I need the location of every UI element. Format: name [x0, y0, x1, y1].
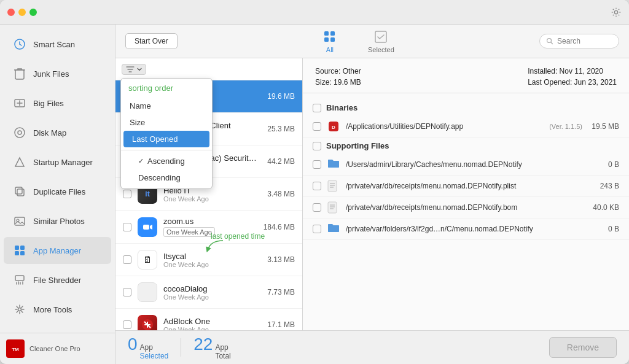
disk-icon: [12, 125, 27, 140]
sidebar-item-similar-photos[interactable]: Similar Photos: [4, 207, 111, 234]
minimize-button[interactable]: [18, 9, 26, 16]
app-selected-label1: App: [140, 343, 169, 352]
file-checkbox-depnotify-app[interactable]: [313, 122, 321, 131]
file-item-bom: /private/var/db/receipts/menu.nomad.DEPN…: [303, 197, 629, 219]
svg-point-5: [18, 131, 21, 134]
fullscreen-button[interactable]: [29, 9, 37, 16]
sidebar: Smart Scan Junk Files: [0, 25, 115, 364]
svg-rect-24: [143, 225, 149, 230]
tab-selected[interactable]: Selected: [362, 27, 400, 56]
remove-button[interactable]: Remove: [549, 337, 617, 358]
app-icon-itsycal: 🗓: [138, 250, 157, 269]
svg-rect-19: [330, 31, 335, 36]
svg-point-23: [547, 39, 552, 43]
bottom-bar: 0 App Selected 22 App Total Remove: [115, 330, 629, 364]
checkmark-icon: ✓: [138, 157, 144, 165]
sort-option-last-opened[interactable]: Last Opened: [123, 131, 209, 147]
file-path-bom: /private/var/db/receipts/menu.nomad.DEPN…: [346, 203, 582, 212]
sidebar-item-smart-scan[interactable]: Smart Scan: [4, 31, 111, 58]
start-over-button[interactable]: Start Over: [125, 33, 178, 49]
app-time-zoom: One Week Ago: [163, 227, 215, 237]
svg-text:D: D: [332, 125, 335, 130]
file-item-caches: /Users/admin/Library/Caches/menu.nomad.D…: [303, 154, 629, 176]
app-item-cocoa[interactable]: cocoaDialog One Week Ago 7.73 MB: [115, 276, 302, 309]
svg-rect-6: [15, 187, 22, 194]
file-path-depnotify-app: /Applications/Utilities/DEPNotify.app: [346, 122, 543, 131]
sort-option-descending[interactable]: Descending: [121, 169, 212, 186]
doc-icon-plist: [327, 180, 340, 192]
app-list-panel: sorting order Name Size Last Opened ✓: [115, 58, 303, 330]
app-info-adblock: AdBlock One One Week Ago: [163, 317, 261, 331]
app-item-itsycal[interactable]: 🗓 Itsycal One Week Ago 3.13 MB: [115, 244, 302, 276]
sidebar-item-more-tools[interactable]: More Tools: [4, 296, 111, 323]
sort-divider: [121, 150, 212, 150]
sidebar-item-startup-manager[interactable]: Startup Manager: [4, 149, 111, 176]
app-info-itsycal: Itsycal One Week Ago: [163, 252, 261, 268]
svg-rect-29: [328, 180, 337, 192]
file-checkbox-plist[interactable]: [313, 182, 321, 190]
file-checkbox-caches[interactable]: [313, 160, 321, 169]
sidebar-label-more-tools: More Tools: [33, 305, 72, 314]
search-bar[interactable]: [539, 34, 619, 48]
app-checkbox-adblock[interactable]: [123, 320, 131, 329]
file-checkbox-bom[interactable]: [313, 203, 321, 212]
file-version-depnotify-app: (Ver. 1.1.5): [549, 123, 582, 130]
file-size-caches: 0 B: [588, 160, 619, 169]
content-area: Smart Scan Junk Files: [0, 25, 629, 364]
traffic-lights: [7, 9, 37, 16]
app-item-zoom[interactable]: zoom.us One Week Ago 184.6 MB: [115, 211, 302, 244]
sort-option-name[interactable]: Name: [121, 98, 212, 114]
file-size-folders: 0 B: [588, 225, 619, 233]
sidebar-item-app-manager[interactable]: App Manager: [4, 237, 111, 264]
sidebar-item-duplicate-files[interactable]: Duplicate Files: [4, 178, 111, 205]
file-checkbox-folders[interactable]: [313, 225, 321, 233]
detail-size-row: Size: 19.6 MB: [315, 78, 361, 87]
app-checkbox-itsycal[interactable]: [123, 255, 131, 264]
search-input[interactable]: [557, 37, 612, 45]
app-name-zoom: zoom.us: [163, 217, 257, 226]
svg-rect-21: [330, 37, 335, 42]
sidebar-item-disk-map[interactable]: Disk Map: [4, 119, 111, 146]
svg-rect-22: [375, 31, 386, 42]
list-toolbar: [115, 58, 302, 80]
sidebar-label-disk-map: Disk Map: [33, 128, 66, 137]
detail-meta-right: Installed: Nov 11, 2020 Last Opened: Jun…: [528, 67, 617, 87]
file-path-folders: /private/var/folders/r3/lf2gd…n/C/menu.n…: [346, 225, 582, 233]
sort-option-size[interactable]: Size: [121, 114, 212, 131]
sidebar-item-junk-files[interactable]: Junk Files: [4, 60, 111, 87]
brand-logo: TM: [6, 339, 25, 358]
app-size-itsycal: 3.13 MB: [267, 255, 295, 264]
sort-option-ascending[interactable]: ✓ Ascending: [121, 153, 212, 169]
sidebar-label-smart-scan: Smart Scan: [33, 40, 75, 49]
detail-source-row: Source: Other: [315, 67, 361, 76]
svg-rect-30: [328, 202, 337, 213]
svg-rect-10: [15, 246, 19, 250]
sort-button[interactable]: [122, 64, 146, 75]
app-checkbox-cocoa[interactable]: [123, 288, 131, 296]
binaries-checkbox[interactable]: [313, 104, 321, 112]
svg-rect-11: [20, 246, 25, 250]
close-button[interactable]: [7, 9, 15, 16]
chevron-down-icon: [137, 67, 142, 72]
app-selected-num: 0: [128, 335, 138, 354]
app-checkbox-zoom[interactable]: [123, 223, 131, 231]
file-path-caches: /Users/admin/Library/Caches/menu.nomad.D…: [346, 160, 582, 169]
app-item-adblock[interactable]: AdBlock One One Week Ago 17.1 MB: [115, 309, 302, 330]
file-size-depnotify-app: 19.5 MB: [588, 122, 619, 131]
app-checkbox-helloit[interactable]: [123, 190, 131, 198]
settings-icon[interactable]: [611, 7, 622, 18]
sidebar-label-startup-manager: Startup Manager: [33, 158, 93, 167]
detail-header: Source: Other Size: 19.6 MB Installed: N…: [303, 58, 629, 93]
file-item-depnotify-app: D /Applications/Utilities/DEPNotify.app …: [303, 116, 629, 137]
apps-icon: [12, 243, 27, 258]
brand-area: TM Cleaner One Pro: [0, 333, 115, 364]
app-size-bigip: 25.3 MB: [267, 125, 295, 133]
app-name-cocoa: cocoaDialog: [163, 284, 261, 293]
sort-icon: [126, 66, 135, 73]
svg-point-4: [15, 128, 25, 137]
tab-all[interactable]: All: [316, 27, 343, 56]
sidebar-item-big-files[interactable]: Big Files: [4, 90, 111, 117]
sidebar-item-file-shredder[interactable]: File Shredder: [4, 266, 111, 293]
svg-rect-14: [15, 276, 24, 281]
supporting-files-checkbox[interactable]: [313, 142, 321, 150]
